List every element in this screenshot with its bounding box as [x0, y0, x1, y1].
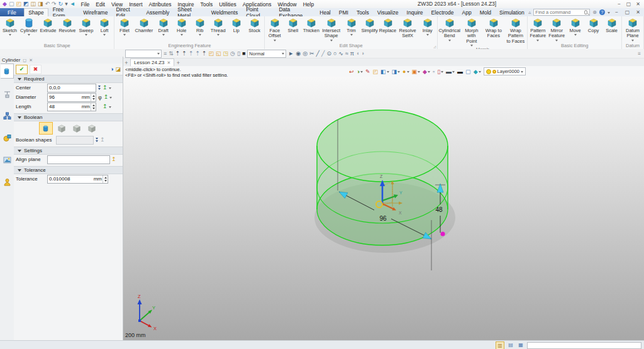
manager-tab-role[interactable] [1, 175, 13, 189]
tool-cylinder[interactable]: Cylinder [19, 17, 39, 36]
doc-restore-icon[interactable]: ▢ [623, 9, 631, 15]
plane-display-icon[interactable]: ▢ [465, 69, 471, 75]
ribbon-tab-sheet-metal[interactable]: Sheet Metal [174, 8, 208, 16]
dropdown-icon[interactable] [387, 71, 389, 73]
dropdown-icon[interactable] [448, 40, 451, 42]
ribbon-tab-simulation[interactable]: Simulation [496, 8, 529, 16]
tool-revolve[interactable]: Revolve [57, 17, 77, 33]
ribbon-tab-shape[interactable]: Shape [24, 8, 49, 16]
dropdown-icon[interactable] [330, 40, 333, 42]
manager-tab-history[interactable] [1, 87, 13, 101]
ribbon-tab-app[interactable]: App [458, 8, 475, 16]
dropdown-icon[interactable] [360, 71, 363, 73]
dropdown-icon[interactable] [103, 34, 106, 36]
dropdown-icon[interactable] [574, 34, 577, 36]
tool-datum-plane[interactable]: Datum Plane [623, 17, 643, 42]
manager-tab-visual[interactable] [1, 131, 13, 145]
blob-left-icon[interactable]: ◖ [356, 50, 359, 57]
pick-point-icon[interactable]: ◉ [296, 50, 301, 57]
pick-dropdown-icon[interactable] [109, 106, 111, 108]
dropdown-icon[interactable] [9, 34, 11, 36]
view-orient-icon[interactable]: ◧ [380, 69, 389, 75]
cancel-button[interactable]: ✖ [30, 65, 42, 74]
tool-move[interactable]: Move [566, 17, 584, 36]
tool-pattern-feature[interactable]: Pattern Feature [528, 17, 547, 42]
screen-mode-icon[interactable]: ▤ [507, 341, 514, 348]
tool-stock[interactable]: Stock [245, 17, 264, 33]
filter-combo[interactable] [125, 50, 162, 58]
clipboard-icon[interactable]: ▯ [237, 50, 240, 57]
folder-add-icon[interactable]: ◱ [216, 50, 221, 57]
redline-icon[interactable]: ✎ [365, 69, 370, 75]
close-icon[interactable]: ✕ [634, 1, 642, 7]
blob-right-icon[interactable]: ◗ [362, 50, 365, 57]
pick-prev-icon[interactable]: ⇡ [189, 50, 194, 57]
tolerance-spinner[interactable] [103, 175, 108, 183]
ribbon-tab-visualize[interactable]: Visualize [373, 8, 402, 16]
tab-close-icon[interactable]: ✕ [167, 60, 170, 65]
menu-edit[interactable]: Edit [92, 1, 108, 8]
tool-loft[interactable]: Loft [95, 17, 113, 36]
dropdown-icon[interactable] [631, 40, 634, 42]
pointer-icon[interactable]: ► [288, 50, 294, 57]
dropdown-icon[interactable] [441, 71, 443, 73]
panel-pin-icon[interactable]: ◻ [23, 58, 26, 63]
align-plane-input[interactable] [48, 156, 109, 163]
tool-draft[interactable]: Draft [154, 17, 172, 36]
texture-icon[interactable]: ▣ [412, 69, 421, 75]
tool-morph-with-point[interactable]: Morph with Point [460, 17, 482, 47]
pick-first-icon[interactable]: ⇡ [182, 50, 187, 57]
save-as-icon[interactable]: ◫ [30, 1, 36, 7]
tool-copy[interactable]: Copy [584, 17, 602, 33]
tool-wrap-pattern-to-faces[interactable]: Wrap Pattern to Faces [504, 17, 526, 44]
style-combo[interactable]: Normal [247, 50, 286, 58]
sort-icon[interactable]: ⇅ [169, 50, 174, 57]
diameter-field[interactable]: mm [47, 93, 96, 102]
pick-point-icon[interactable]: ↥ [103, 85, 108, 91]
find-command-input[interactable] [534, 9, 584, 15]
help-icon[interactable]: ? [599, 9, 605, 15]
dropdown-icon[interactable] [555, 40, 558, 42]
doc-close-icon[interactable]: ✕ [634, 9, 642, 15]
curve-tool-icon[interactable]: ≈ [345, 50, 348, 57]
section-settings[interactable]: Settings [14, 147, 123, 155]
ribbon-tab-tools[interactable]: Tools [352, 8, 373, 16]
visual-style-icon[interactable]: ◆ [423, 69, 430, 75]
dropdown-icon[interactable] [397, 71, 400, 73]
align-plane-field[interactable] [47, 155, 110, 164]
note-page-icon[interactable]: ◪ [115, 66, 121, 72]
appearance-icon[interactable]: ● [402, 69, 409, 75]
diameter-spinner[interactable] [91, 94, 96, 101]
section-boolean[interactable]: Boolean [14, 113, 123, 121]
layer-combo[interactable]: Layer0000 [484, 67, 526, 75]
trim-scissors-icon[interactable]: ✂ [309, 50, 314, 57]
doc-minimize-icon[interactable]: − [613, 9, 621, 15]
minimize-icon[interactable]: − [615, 1, 623, 7]
tool-fillet[interactable]: Fillet [115, 17, 133, 36]
ribbon-tab-electrode[interactable]: Electrode [427, 8, 458, 16]
restore-icon[interactable]: ▢ [625, 1, 633, 7]
tool-thicken[interactable]: Thicken [302, 17, 320, 33]
dropdown-icon[interactable] [28, 34, 30, 36]
pick-dropdown-icon[interactable] [109, 97, 112, 99]
undo-icon[interactable]: ↶ [45, 1, 50, 7]
pick-through-icon[interactable]: ◎ [303, 50, 308, 57]
center-field[interactable] [47, 84, 96, 92]
new-file-icon[interactable]: ▢ [9, 1, 14, 7]
dropdown-icon[interactable] [452, 71, 455, 73]
regen-view-icon[interactable]: ◑ [357, 69, 363, 75]
ribbon-tab-pmi[interactable]: PMI [335, 8, 352, 16]
ribbon-tab-wireframe[interactable]: Wireframe [79, 8, 112, 16]
edge-display-icon[interactable]: ▬ [457, 69, 463, 75]
toolbar-overflow-icon[interactable]: ≡ [638, 51, 641, 57]
arc-tool-icon[interactable]: ○ [333, 50, 336, 57]
pick-plane-icon[interactable]: ↥ [111, 157, 116, 162]
tool-sketch[interactable]: Sketch [1, 17, 19, 36]
folder-sketch-icon[interactable]: ◰ [209, 50, 214, 57]
pick-next-icon[interactable]: ⇡ [195, 50, 200, 57]
save-icon[interactable]: ◩ [23, 1, 29, 7]
tolerance-field[interactable]: mm [47, 175, 108, 184]
dropdown-icon[interactable] [162, 34, 165, 36]
tool-resolve-selfx[interactable]: Resolve SelfX [397, 17, 418, 39]
tool-face-offset[interactable]: Face Offset [265, 17, 284, 42]
